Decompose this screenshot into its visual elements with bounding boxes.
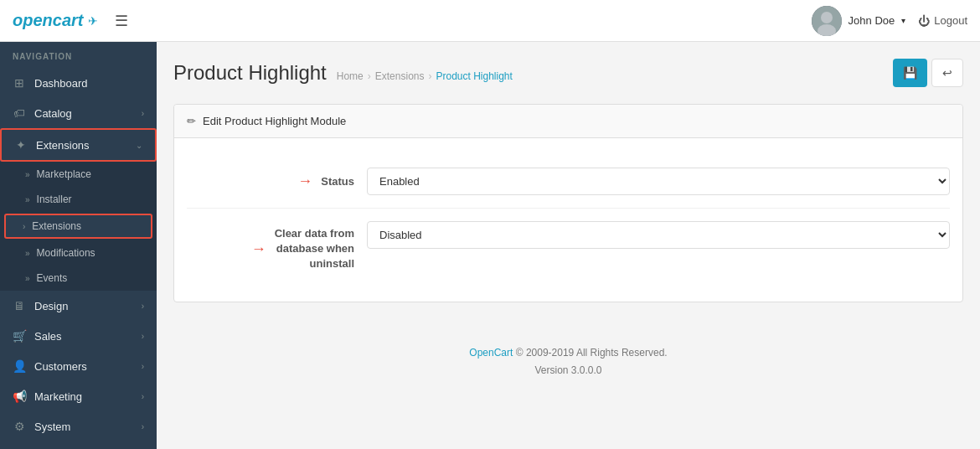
sidebar-item-design[interactable]: 🖥 Design › xyxy=(0,291,157,321)
chevron-down-icon: ⌄ xyxy=(136,141,142,150)
sidebar-subitem-marketplace[interactable]: » Marketplace xyxy=(0,162,157,187)
chevron-right-icon: › xyxy=(142,422,144,431)
user-avatar xyxy=(812,6,842,36)
sidebar-item-label: Catalog xyxy=(34,107,133,120)
breadcrumb-sep: › xyxy=(428,70,431,82)
breadcrumb-home[interactable]: Home xyxy=(337,70,364,82)
logout-button[interactable]: ⏻ Logout xyxy=(918,14,967,28)
header-left: opencart ✈ ☰ xyxy=(13,8,132,34)
status-input-col: Enabled Disabled xyxy=(367,168,950,195)
svg-point-1 xyxy=(821,12,833,23)
page-actions: 💾 ↩ xyxy=(893,59,963,87)
panel-heading-label: Edit Product Highlight Module xyxy=(203,115,346,127)
design-icon: 🖥 xyxy=(13,299,26,312)
sales-icon: 🛒 xyxy=(13,329,26,343)
breadcrumb-current: Product Highlight xyxy=(436,70,512,82)
sidebar-item-sales[interactable]: 🛒 Sales › xyxy=(0,321,157,351)
system-icon: ⚙ xyxy=(13,420,26,433)
sidebar-subitem-modifications[interactable]: » Modifications xyxy=(0,240,157,266)
catalog-icon: 🏷 xyxy=(13,106,26,120)
pencil-icon: ✏ xyxy=(187,115,196,127)
sub-chevron-icon: » xyxy=(25,170,30,179)
clear-label-col: → Clear data fromdatabase whenuninstall xyxy=(187,221,354,272)
chevron-right-icon: › xyxy=(142,332,144,341)
panel-body: → Status Enabled Disabled → Clear data xyxy=(174,138,962,302)
sidebar-item-label: Dashboard xyxy=(34,77,144,90)
sidebar-subitem-extensions[interactable]: › Extensions xyxy=(4,214,152,239)
customers-icon: 👤 xyxy=(13,359,26,373)
clear-select[interactable]: Disabled Enabled xyxy=(367,221,950,249)
sidebar-item-label: Customers xyxy=(34,360,133,373)
sidebar-subitem-installer[interactable]: » Installer xyxy=(0,187,157,212)
sidebar-item-marketing[interactable]: 📢 Marketing › xyxy=(0,381,157,411)
breadcrumb-extensions[interactable]: Extensions xyxy=(375,70,425,82)
opencart-logo: opencart ✈ xyxy=(13,11,98,30)
logo-text: opencart xyxy=(13,11,83,30)
sidebar: NAVIGATION ⊞ Dashboard 🏷 Catalog › ✦ Ext… xyxy=(0,42,157,449)
logo-icon: ✈ xyxy=(88,14,98,28)
logout-label: Logout xyxy=(934,14,967,27)
chevron-right-icon: › xyxy=(142,109,144,118)
clear-data-form-group: → Clear data fromdatabase whenuninstall … xyxy=(187,209,950,285)
logout-icon: ⏻ xyxy=(918,14,930,28)
clear-arrow-icon: → xyxy=(251,240,266,258)
sidebar-item-label: Sales xyxy=(34,330,133,343)
subitem-label: Installer xyxy=(37,194,72,205)
chevron-right-icon: › xyxy=(142,302,144,311)
clear-input-col: Disabled Enabled xyxy=(367,221,950,249)
back-button[interactable]: ↩ xyxy=(931,59,963,87)
extensions-icon: ✦ xyxy=(14,138,28,152)
extensions-submenu: » Marketplace » Installer › Extensions »… xyxy=(0,162,157,291)
subitem-label: Marketplace xyxy=(37,168,91,180)
main-content: Product Highlight Home › Extensions › Pr… xyxy=(157,42,980,449)
dashboard-icon: ⊞ xyxy=(13,76,26,90)
hamburger-button[interactable]: ☰ xyxy=(111,8,132,34)
status-select[interactable]: Enabled Disabled xyxy=(367,168,950,195)
panel-heading: ✏ Edit Product Highlight Module xyxy=(174,105,962,138)
page-title: Product Highlight xyxy=(173,61,327,85)
breadcrumb-sep: › xyxy=(368,70,371,82)
top-header: opencart ✈ ☰ John Doe ▾ ⏻ Logout xyxy=(0,0,980,42)
breadcrumb: Home › Extensions › Product Highlight xyxy=(337,70,513,82)
nav-label: NAVIGATION xyxy=(0,42,157,68)
status-label-col: → Status xyxy=(187,168,354,190)
user-caret-icon: ▾ xyxy=(901,16,905,25)
sidebar-item-customers[interactable]: 👤 Customers › xyxy=(0,351,157,381)
sidebar-item-label: Design xyxy=(34,300,133,312)
subitem-label: Events xyxy=(37,272,68,284)
sub-chevron-icon: › xyxy=(23,222,25,231)
opencart-link[interactable]: OpenCart xyxy=(469,347,513,359)
edit-panel: ✏ Edit Product Highlight Module → Status… xyxy=(173,104,963,302)
footer: OpenCart © 2009-2019 All Rights Reserved… xyxy=(173,319,963,397)
sidebar-item-label: System xyxy=(34,421,133,433)
user-dropdown[interactable]: John Doe ▾ xyxy=(812,6,906,36)
marketing-icon: 📢 xyxy=(13,390,26,403)
sidebar-item-extensions[interactable]: ✦ Extensions ⌄ xyxy=(0,128,157,162)
user-name-label: John Doe xyxy=(848,14,895,27)
sub-chevron-icon: » xyxy=(25,274,30,283)
sub-chevron-icon: » xyxy=(25,249,30,258)
footer-version: Version 3.0.0.0 xyxy=(173,362,963,380)
save-button[interactable]: 💾 xyxy=(893,59,927,87)
subitem-label: Extensions xyxy=(32,220,81,232)
sidebar-item-label: Extensions xyxy=(36,139,127,152)
status-form-group: → Status Enabled Disabled xyxy=(187,155,950,209)
sidebar-item-dashboard[interactable]: ⊞ Dashboard xyxy=(0,68,157,98)
main-layout: NAVIGATION ⊞ Dashboard 🏷 Catalog › ✦ Ext… xyxy=(0,42,980,449)
sub-chevron-icon: » xyxy=(25,195,30,204)
sidebar-item-system[interactable]: ⚙ System › xyxy=(0,411,157,441)
sidebar-subitem-events[interactable]: » Events xyxy=(0,266,157,291)
subitem-label: Modifications xyxy=(37,247,95,259)
sidebar-item-catalog[interactable]: 🏷 Catalog › xyxy=(0,98,157,128)
sidebar-item-label: Marketing xyxy=(34,390,133,403)
footer-copyright: OpenCart © 2009-2019 All Rights Reserved… xyxy=(173,344,963,363)
status-arrow-icon: → xyxy=(297,173,312,190)
status-label: Status xyxy=(321,175,354,188)
page-header: Product Highlight Home › Extensions › Pr… xyxy=(173,59,963,87)
footer-copyright-text: © 2009-2019 All Rights Reserved. xyxy=(516,347,668,359)
page-header-left: Product Highlight Home › Extensions › Pr… xyxy=(173,61,513,85)
clear-label: Clear data fromdatabase whenuninstall xyxy=(275,226,354,272)
chevron-right-icon: › xyxy=(142,362,144,371)
chevron-right-icon: › xyxy=(142,392,144,401)
header-right: John Doe ▾ ⏻ Logout xyxy=(812,6,967,36)
